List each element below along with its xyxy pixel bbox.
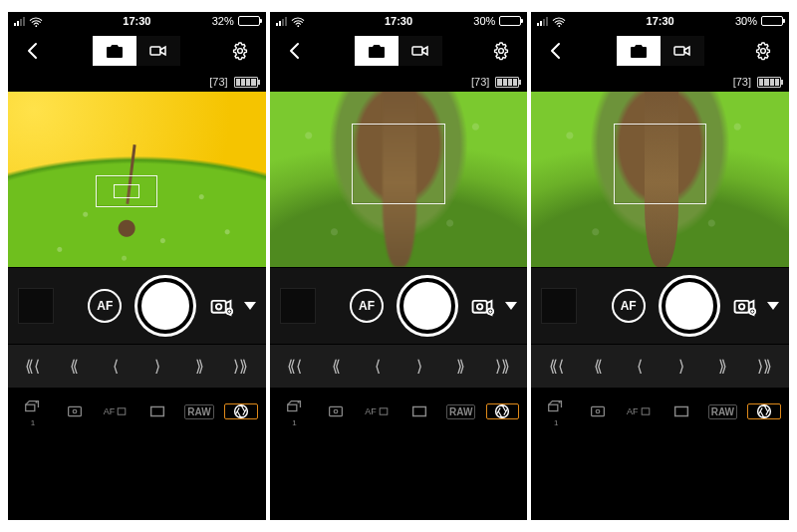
nav-prev2-button[interactable]: ⟪: [315, 357, 357, 376]
strip-af-area[interactable]: AF: [96, 401, 137, 421]
svg-point-1: [112, 49, 118, 55]
focus-box[interactable]: [614, 124, 706, 204]
mode-video-button[interactable]: [136, 36, 180, 66]
svg-rect-7: [26, 404, 35, 410]
strip-af-area[interactable]: AF: [619, 401, 661, 421]
svg-point-9: [73, 409, 77, 413]
last-photo-thumbnail[interactable]: [18, 288, 54, 324]
svg-rect-30: [735, 301, 749, 313]
nav-prev-button[interactable]: ⟨: [619, 357, 661, 376]
af-button[interactable]: AF: [88, 289, 122, 323]
viewfinder[interactable]: [8, 92, 266, 267]
last-photo-thumbnail[interactable]: [280, 288, 316, 324]
nav-first-button[interactable]: ⟪⟨: [535, 357, 577, 376]
focus-box[interactable]: [352, 124, 444, 204]
mode-video-button[interactable]: [661, 36, 704, 66]
last-photo-thumbnail[interactable]: [541, 288, 577, 324]
expand-panel-icon[interactable]: [505, 302, 517, 310]
status-left: [537, 16, 566, 26]
nav-first-button[interactable]: ⟪⟨: [274, 357, 316, 376]
camera-battery-icon: [757, 77, 781, 88]
nav-prev-button[interactable]: ⟨: [357, 357, 398, 376]
strip-raw[interactable]: RAW: [440, 401, 482, 421]
ev-value: 1: [31, 418, 35, 427]
status-right: 30%: [473, 15, 521, 27]
shots-remaining-bar: [73]: [8, 72, 266, 92]
drive-mode-icon[interactable]: [731, 295, 757, 317]
mode-video-button[interactable]: [398, 36, 442, 66]
strip-aspect[interactable]: [136, 401, 178, 421]
nav-prev2-button[interactable]: ⟪: [54, 357, 96, 376]
bottom-strip: 1 AF RAW: [8, 389, 266, 434]
drive-mode-icon[interactable]: [208, 295, 234, 317]
svg-point-38: [758, 405, 771, 418]
af-button[interactable]: AF: [350, 289, 384, 323]
viewfinder[interactable]: [531, 92, 789, 267]
focus-nav-bar: ⟪⟨ ⟪ ⟨ ⟩ ⟫ ⟩⟫: [270, 345, 528, 389]
strip-aperture[interactable]: [482, 401, 524, 421]
mode-photo-button[interactable]: [355, 36, 398, 66]
shots-remaining: [73]: [209, 76, 227, 88]
svg-rect-24: [413, 406, 426, 415]
strip-metering[interactable]: [315, 401, 357, 421]
settings-button[interactable]: [226, 40, 256, 62]
strip-aperture[interactable]: [220, 401, 262, 421]
strip-raw[interactable]: RAW: [701, 401, 743, 421]
strip-metering[interactable]: [577, 401, 619, 421]
phone-screen: 17:30 30% [73]: [531, 12, 789, 520]
battery-percent: 32%: [212, 15, 234, 27]
strip-aperture[interactable]: [743, 401, 785, 421]
nav-next2-button[interactable]: ⟫: [440, 357, 482, 376]
back-button[interactable]: [541, 40, 571, 62]
svg-point-25: [496, 405, 509, 418]
back-button[interactable]: [18, 40, 48, 62]
nav-next-button[interactable]: ⟩: [136, 357, 178, 376]
nav-last-button[interactable]: ⟩⟫: [743, 357, 785, 376]
shots-remaining-bar: [73]: [270, 72, 528, 92]
nav-first-button[interactable]: ⟪⟨: [12, 357, 54, 376]
ev-value: 1: [554, 418, 558, 427]
nav-prev2-button[interactable]: ⟪: [577, 357, 619, 376]
af-button[interactable]: AF: [612, 289, 646, 323]
battery-percent: 30%: [735, 15, 757, 27]
bottom-strip: 1 AF RAW: [270, 389, 528, 434]
strip-raw[interactable]: RAW: [178, 401, 220, 421]
strip-exposure-comp[interactable]: 1: [12, 397, 54, 427]
nav-next-button[interactable]: ⟩: [398, 357, 440, 376]
strip-metering[interactable]: [54, 401, 96, 421]
nav-prev-button[interactable]: ⟨: [96, 357, 137, 376]
strip-aspect[interactable]: [661, 401, 702, 421]
cellular-signal-icon: [537, 17, 548, 26]
svg-rect-10: [118, 408, 126, 414]
strip-exposure-comp[interactable]: 1: [274, 397, 316, 427]
drive-mode-icon[interactable]: [469, 295, 495, 317]
nav-next2-button[interactable]: ⟫: [701, 357, 743, 376]
capture-bar: AF: [8, 267, 266, 345]
camera-battery-icon: [495, 77, 519, 88]
svg-rect-34: [592, 406, 605, 415]
shutter-button[interactable]: [137, 278, 193, 334]
nav-next-button[interactable]: ⟩: [661, 357, 702, 376]
strip-exposure-comp[interactable]: 1: [535, 397, 577, 427]
mode-photo-button[interactable]: [617, 36, 661, 66]
phone-screen: 17:30 30% [73]: [270, 12, 528, 520]
back-button[interactable]: [280, 40, 310, 62]
nav-last-button[interactable]: ⟩⟫: [482, 357, 524, 376]
shutter-button[interactable]: [399, 278, 455, 334]
nav-next2-button[interactable]: ⟫: [178, 357, 220, 376]
svg-rect-4: [211, 301, 225, 313]
strip-af-area[interactable]: AF: [357, 401, 398, 421]
nav-last-button[interactable]: ⟩⟫: [220, 357, 262, 376]
expand-panel-icon[interactable]: [767, 302, 779, 310]
strip-aspect[interactable]: [398, 401, 440, 421]
expand-panel-icon[interactable]: [244, 302, 256, 310]
viewfinder[interactable]: [270, 92, 528, 267]
svg-rect-33: [549, 404, 558, 410]
focus-nav-bar: ⟪⟨ ⟪ ⟨ ⟩ ⟫ ⟩⟫: [8, 345, 266, 389]
settings-button[interactable]: [487, 40, 517, 62]
top-toolbar: [8, 30, 266, 72]
settings-button[interactable]: [749, 40, 779, 62]
shots-remaining: [73]: [471, 76, 489, 88]
mode-photo-button[interactable]: [93, 36, 136, 66]
shutter-button[interactable]: [662, 278, 717, 334]
